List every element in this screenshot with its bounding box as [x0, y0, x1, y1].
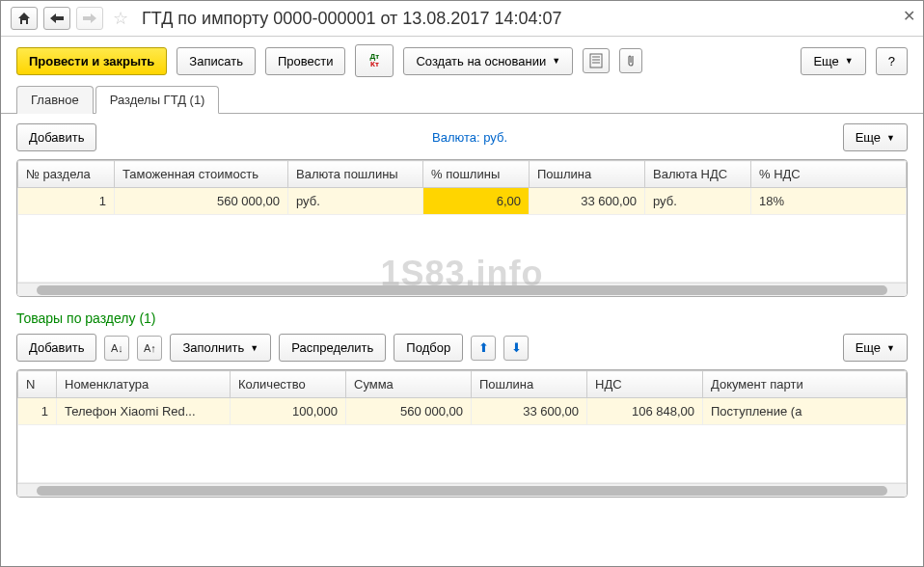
sections-toolbar: Добавить Валюта: руб. Еще▼	[16, 123, 908, 151]
col-duty-currency[interactable]: Валюта пошлины	[288, 161, 423, 188]
home-button[interactable]	[11, 7, 38, 30]
sort-asc-button[interactable]: А↓	[104, 336, 129, 361]
add-section-button[interactable]: Добавить	[16, 123, 96, 151]
col-vat[interactable]: НДС	[587, 371, 703, 398]
write-button[interactable]: Записать	[177, 47, 256, 75]
favorite-star-icon[interactable]: ☆	[113, 8, 128, 29]
currency-link[interactable]: Валюта: руб.	[432, 130, 507, 145]
h-scrollbar[interactable]	[17, 283, 907, 296]
table-header-row: N Номенклатура Количество Сумма Пошлина …	[18, 371, 907, 398]
table-header-row: № раздела Таможенная стоимость Валюта по…	[18, 161, 907, 188]
chevron-down-icon: ▼	[845, 56, 854, 66]
move-down-button[interactable]: ⬇	[503, 336, 529, 361]
sections-more-button[interactable]: Еще▼	[843, 123, 908, 151]
col-doc-batch[interactable]: Документ парти	[703, 371, 907, 398]
col-duty[interactable]: Пошлина	[472, 371, 587, 398]
chevron-down-icon: ▼	[250, 343, 258, 353]
col-duty-percent[interactable]: % пошлины	[423, 161, 530, 188]
h-scrollbar[interactable]	[17, 483, 907, 497]
goods-table: N Номенклатура Количество Сумма Пошлина …	[16, 369, 908, 498]
svg-rect-0	[590, 54, 602, 68]
chevron-down-icon: ▼	[552, 56, 560, 66]
col-sum[interactable]: Сумма	[346, 371, 472, 398]
titlebar: ☆ ГТД по импорту 0000-000001 от 13.08.20…	[1, 1, 923, 37]
tab-main[interactable]: Главное	[16, 86, 94, 114]
help-button[interactable]: ?	[876, 47, 908, 75]
window-title: ГТД по импорту 0000-000001 от 13.08.2017…	[142, 9, 561, 29]
distribute-button[interactable]: Распределить	[279, 334, 386, 362]
fill-button[interactable]: Заполнить▼	[170, 334, 271, 362]
post-button[interactable]: Провести	[265, 47, 346, 75]
col-duty[interactable]: Пошлина	[530, 161, 645, 188]
move-up-button[interactable]: ⬆	[471, 336, 496, 361]
goods-toolbar: Добавить А↓ А↑ Заполнить▼ Распределить П…	[16, 334, 908, 362]
table-row[interactable]: 1 Телефон Xiaomi Red... 100,000 560 000,…	[18, 398, 907, 425]
tabs: Главное Разделы ГТД (1)	[1, 85, 923, 114]
col-customs-value[interactable]: Таможенная стоимость	[115, 161, 288, 188]
col-qty[interactable]: Количество	[231, 371, 346, 398]
tab-content: Добавить Валюта: руб. Еще▼ № раздела Там…	[1, 114, 923, 507]
goods-section-title: Товары по разделу (1)	[16, 310, 908, 326]
col-vat-currency[interactable]: Валюта НДС	[645, 161, 751, 188]
attachment-button[interactable]	[619, 48, 642, 73]
app-window: ☆ ГТД по импорту 0000-000001 от 13.08.20…	[0, 0, 924, 567]
col-n[interactable]: N	[18, 371, 57, 398]
close-button[interactable]: ✕	[903, 7, 915, 25]
more-button[interactable]: Еще▼	[801, 47, 865, 75]
table-row[interactable]: 1 560 000,00 руб. 6,00 33 600,00 руб. 18…	[18, 188, 907, 215]
chevron-down-icon: ▼	[886, 343, 895, 353]
col-vat-percent[interactable]: % НДС	[751, 161, 907, 188]
dt-kt-button[interactable]: ДтКт	[355, 44, 394, 77]
create-based-on-button[interactable]: Создать на основании▼	[403, 47, 573, 75]
forward-button	[76, 7, 103, 30]
tab-sections[interactable]: Разделы ГТД (1)	[95, 86, 220, 114]
main-toolbar: Провести и закрыть Записать Провести ДтК…	[1, 37, 923, 85]
selection-button[interactable]: Подбор	[394, 334, 463, 362]
col-section-num[interactable]: № раздела	[18, 161, 115, 188]
report-button[interactable]	[583, 48, 610, 73]
col-item[interactable]: Номенклатура	[57, 371, 231, 398]
back-button[interactable]	[43, 7, 70, 30]
chevron-down-icon: ▼	[886, 133, 895, 143]
sort-desc-button[interactable]: А↑	[137, 336, 162, 361]
goods-more-button[interactable]: Еще▼	[843, 334, 908, 362]
post-and-close-button[interactable]: Провести и закрыть	[16, 47, 167, 75]
sections-table: № раздела Таможенная стоимость Валюта по…	[16, 159, 908, 297]
add-goods-button[interactable]: Добавить	[16, 334, 96, 362]
active-cell[interactable]: 6,00	[423, 188, 530, 215]
